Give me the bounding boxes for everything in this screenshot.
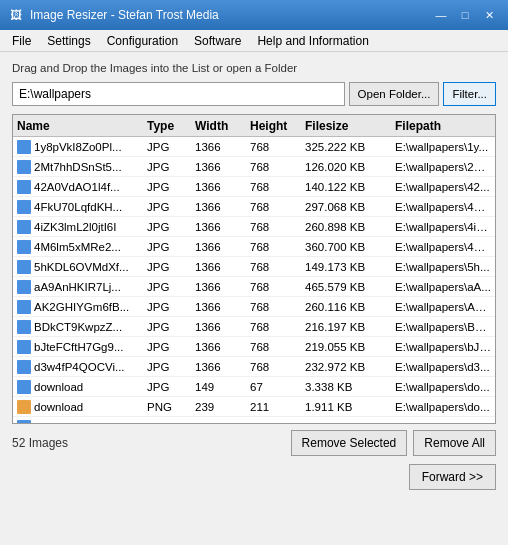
bottom-buttons: Remove Selected Remove All xyxy=(291,430,496,456)
file-width-cell: 1366 xyxy=(191,300,246,314)
filter-button[interactable]: Filter... xyxy=(443,82,496,106)
remove-all-button[interactable]: Remove All xyxy=(413,430,496,456)
file-size-cell: 260.116 KB xyxy=(301,300,391,314)
file-width-cell: 239 xyxy=(191,400,246,414)
table-row[interactable]: 5hKDL6OVMdXf... JPG 1366 768 149.173 KB … xyxy=(13,257,495,277)
table-row[interactable]: d3w4fP4QOCVi... JPG 1366 768 232.972 KB … xyxy=(13,357,495,377)
jpg-icon xyxy=(17,340,31,354)
file-name-cell: AK2GHIYGm6fB... xyxy=(13,299,143,315)
jpg-icon xyxy=(17,200,31,214)
table-row[interactable]: 2Mt7hhDSnSt5... JPG 1366 768 126.020 KB … xyxy=(13,157,495,177)
file-size-cell: 232.972 KB xyxy=(301,360,391,374)
file-width-cell: 1366 xyxy=(191,180,246,194)
file-type-cell: JPG xyxy=(143,280,191,294)
file-name-cell: 1y8pVkI8Zo0Pl... xyxy=(13,139,143,155)
remove-selected-button[interactable]: Remove Selected xyxy=(291,430,408,456)
forward-button[interactable]: Forward >> xyxy=(409,464,496,490)
file-path-cell: E:\wallpapers\BD... xyxy=(391,320,495,334)
file-path-cell: E:\wallpapers\aA... xyxy=(391,280,495,294)
table-row[interactable]: download (1) JPG 478 105 4.628 KB E:\wal… xyxy=(13,417,495,423)
jpg-icon xyxy=(17,280,31,294)
file-name-cell: aA9AnHKIR7Lj... xyxy=(13,279,143,295)
minimize-button[interactable]: — xyxy=(430,6,452,24)
file-name-cell: 42A0VdAO1l4f... xyxy=(13,179,143,195)
file-type-cell: JPG xyxy=(143,340,191,354)
file-width-cell: 1366 xyxy=(191,360,246,374)
open-folder-button[interactable]: Open Folder... xyxy=(349,82,440,106)
file-type-cell: JPG xyxy=(143,380,191,394)
table-row[interactable]: 4M6lm5xMRe2... JPG 1366 768 360.700 KB E… xyxy=(13,237,495,257)
title-bar-left: 🖼 Image Resizer - Stefan Trost Media xyxy=(8,7,219,23)
file-name-cell: 2Mt7hhDSnSt5... xyxy=(13,159,143,175)
file-path-cell: E:\wallpapers\AK... xyxy=(391,300,495,314)
file-width-cell: 1366 xyxy=(191,260,246,274)
col-type: Type xyxy=(143,119,191,133)
file-height-cell: 768 xyxy=(246,260,301,274)
file-size-cell: 126.020 KB xyxy=(301,160,391,174)
file-height-cell: 768 xyxy=(246,200,301,214)
file-list-header: Name Type Width Height Filesize Filepath xyxy=(13,115,495,137)
file-name-cell: download xyxy=(13,379,143,395)
col-filesize: Filesize xyxy=(301,119,391,133)
file-size-cell: 325.222 KB xyxy=(301,140,391,154)
file-width-cell: 1366 xyxy=(191,320,246,334)
table-row[interactable]: download PNG 239 211 1.911 KB E:\wallpap… xyxy=(13,397,495,417)
file-name-cell: 4M6lm5xMRe2... xyxy=(13,239,143,255)
file-list-body[interactable]: 1y8pVkI8Zo0Pl... JPG 1366 768 325.222 KB… xyxy=(13,137,495,423)
file-type-cell: JPG xyxy=(143,260,191,274)
file-size-cell: 149.173 KB xyxy=(301,260,391,274)
file-height-cell: 768 xyxy=(246,320,301,334)
file-width-cell: 1366 xyxy=(191,160,246,174)
jpg-icon xyxy=(17,320,31,334)
close-button[interactable]: ✕ xyxy=(478,6,500,24)
file-height-cell: 67 xyxy=(246,380,301,394)
file-width-cell: 1366 xyxy=(191,240,246,254)
file-width-cell: 1366 xyxy=(191,340,246,354)
menu-settings[interactable]: Settings xyxy=(39,30,98,51)
bottom-area: 52 Images Remove Selected Remove All xyxy=(12,430,496,456)
file-path-cell: E:\wallpapers\1y... xyxy=(391,140,495,154)
file-path-cell: E:\wallpapers\do... xyxy=(391,420,495,424)
table-row[interactable]: download JPG 149 67 3.338 KB E:\wallpape… xyxy=(13,377,495,397)
file-type-cell: JPG xyxy=(143,140,191,154)
maximize-button[interactable]: □ xyxy=(454,6,476,24)
menu-software[interactable]: Software xyxy=(186,30,249,51)
file-width-cell: 1366 xyxy=(191,280,246,294)
file-size-cell: 260.898 KB xyxy=(301,220,391,234)
file-list-container: Name Type Width Height Filesize Filepath… xyxy=(12,114,496,424)
file-path-cell: E:\wallpapers\d3... xyxy=(391,360,495,374)
file-name-cell: BDkCT9KwpzZ... xyxy=(13,319,143,335)
file-name-cell: bJteFCftH7Gg9... xyxy=(13,339,143,355)
table-row[interactable]: 4FkU70LqfdKH... JPG 1366 768 297.068 KB … xyxy=(13,197,495,217)
jpg-icon xyxy=(17,160,31,174)
file-path-cell: E:\wallpapers\5h... xyxy=(391,260,495,274)
title-text: Image Resizer - Stefan Trost Media xyxy=(30,8,219,22)
file-name-cell: download xyxy=(13,399,143,415)
table-row[interactable]: BDkCT9KwpzZ... JPG 1366 768 216.197 KB E… xyxy=(13,317,495,337)
menu-file[interactable]: File xyxy=(4,30,39,51)
file-size-cell: 360.700 KB xyxy=(301,240,391,254)
file-width-cell: 1366 xyxy=(191,220,246,234)
table-row[interactable]: AK2GHIYGm6fB... JPG 1366 768 260.116 KB … xyxy=(13,297,495,317)
menu-help[interactable]: Help and Information xyxy=(249,30,376,51)
file-height-cell: 768 xyxy=(246,360,301,374)
file-path-cell: E:\wallpapers\4iZ... xyxy=(391,220,495,234)
folder-path-input[interactable] xyxy=(12,82,345,106)
file-path-cell: E:\wallpapers\4M... xyxy=(391,240,495,254)
table-row[interactable]: 1y8pVkI8Zo0Pl... JPG 1366 768 325.222 KB… xyxy=(13,137,495,157)
file-size-cell: 3.338 KB xyxy=(301,380,391,394)
file-height-cell: 211 xyxy=(246,400,301,414)
table-row[interactable]: 42A0VdAO1l4f... JPG 1366 768 140.122 KB … xyxy=(13,177,495,197)
table-row[interactable]: 4iZK3lmL2l0jtI6I JPG 1366 768 260.898 KB… xyxy=(13,217,495,237)
forward-row: Forward >> xyxy=(12,464,496,490)
jpg-icon xyxy=(17,140,31,154)
table-row[interactable]: bJteFCftH7Gg9... JPG 1366 768 219.055 KB… xyxy=(13,337,495,357)
table-row[interactable]: aA9AnHKIR7Lj... JPG 1366 768 465.579 KB … xyxy=(13,277,495,297)
file-name-cell: 4FkU70LqfdKH... xyxy=(13,199,143,215)
jpg-icon xyxy=(17,220,31,234)
file-path-cell: E:\wallpapers\bJt... xyxy=(391,340,495,354)
file-type-cell: PNG xyxy=(143,400,191,414)
file-height-cell: 768 xyxy=(246,300,301,314)
file-size-cell: 140.122 KB xyxy=(301,180,391,194)
menu-configuration[interactable]: Configuration xyxy=(99,30,186,51)
